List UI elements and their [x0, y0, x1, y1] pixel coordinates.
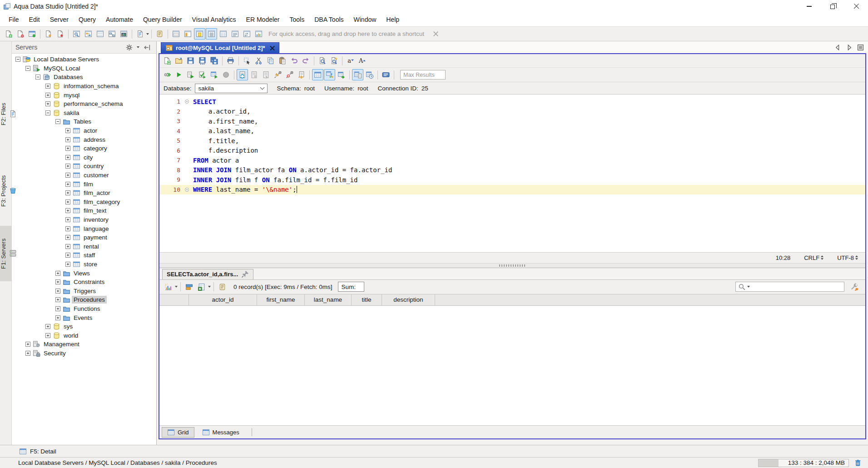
- expander-plus-icon[interactable]: [65, 235, 70, 240]
- servers-settings-dropdown-icon[interactable]: [137, 46, 139, 48]
- menu-help[interactable]: Help: [381, 16, 404, 23]
- menu-tools[interactable]: Tools: [285, 16, 310, 23]
- toggle-servers-pane-button[interactable]: [182, 28, 193, 40]
- grid-results-button[interactable]: [312, 69, 323, 80]
- toggle-files-pane-button[interactable]: [194, 28, 205, 40]
- tree-item-film_category[interactable]: film_category: [12, 198, 156, 207]
- servers-settings-button[interactable]: [124, 42, 135, 53]
- results-tab[interactable]: SELECTa.actor_id,a.firs...: [162, 269, 253, 279]
- column-header-description[interactable]: description: [382, 294, 435, 305]
- expander-plus-icon[interactable]: [65, 226, 70, 231]
- expander-plus-icon[interactable]: [65, 217, 70, 222]
- cut-button[interactable]: [253, 55, 264, 66]
- tree-item-security[interactable]: Security: [12, 349, 156, 358]
- results-search-input[interactable]: [735, 282, 844, 292]
- menu-automate[interactable]: Automate: [101, 16, 138, 23]
- tree-item-constraints[interactable]: Constraints: [12, 278, 156, 287]
- results-tab-messages[interactable]: Messages: [197, 427, 245, 438]
- menu-query[interactable]: Query: [74, 16, 101, 23]
- tree-item-views[interactable]: Views: [12, 269, 156, 278]
- execute-button[interactable]: [173, 69, 184, 80]
- save-button[interactable]: [185, 55, 196, 66]
- tree-item-tables[interactable]: Tables: [12, 117, 156, 126]
- expander-plus-icon[interactable]: [55, 271, 60, 276]
- tree-item-language[interactable]: language: [12, 224, 156, 233]
- expander-plus-icon[interactable]: [65, 155, 70, 160]
- tree-item-payment[interactable]: payment: [12, 233, 156, 242]
- toggle-output-button[interactable]: [170, 28, 182, 40]
- tree-item-country[interactable]: country: [12, 162, 156, 171]
- editor-line-3[interactable]: 3 a.first_name,: [159, 116, 865, 126]
- undo-button[interactable]: [288, 55, 300, 66]
- tab-list-icon[interactable]: [857, 44, 864, 51]
- save-all-button[interactable]: [208, 55, 220, 66]
- tree-item-information_schema[interactable]: information_schema: [12, 82, 156, 91]
- script-button[interactable]: [154, 28, 165, 40]
- expander-plus-icon[interactable]: [55, 279, 60, 284]
- tree-item-procedures[interactable]: Procedures: [12, 295, 156, 304]
- toggle-layout-button[interactable]: [218, 28, 229, 40]
- query-builder-button[interactable]: [83, 28, 94, 40]
- connect-button[interactable]: [43, 28, 54, 40]
- column-header-actor_id[interactable]: actor_id: [189, 294, 257, 305]
- table-detail-button[interactable]: [352, 69, 363, 80]
- uppercase-button[interactable]: A: [357, 55, 368, 66]
- register-server-button[interactable]: [3, 28, 14, 40]
- fetch-button[interactable]: [296, 69, 307, 80]
- toggle-grid-view-button[interactable]: [206, 28, 217, 40]
- toggle-list-button[interactable]: [229, 28, 241, 40]
- fold-marker-icon[interactable]: [185, 188, 189, 192]
- open-file-button[interactable]: [173, 55, 184, 66]
- sql-editor[interactable]: 1SELECT2 a.actor_id,3 a.first_name,4 a.l…: [159, 95, 865, 252]
- expander-plus-icon[interactable]: [55, 315, 60, 320]
- chart-dropdown-icon[interactable]: [175, 286, 178, 288]
- rollback-button[interactable]: [260, 69, 272, 80]
- schema-browser-button[interactable]: [94, 28, 106, 40]
- side-tab-projects[interactable]: F3: Projects: [0, 159, 12, 223]
- expander-plus-icon[interactable]: [45, 324, 50, 329]
- export-results-button[interactable]: [336, 69, 347, 80]
- execute-script-button[interactable]: [197, 69, 208, 80]
- disconnect-button[interactable]: [55, 28, 66, 40]
- tab-close-icon[interactable]: [270, 45, 275, 50]
- tree-item-store[interactable]: store: [12, 260, 156, 269]
- column-header-title[interactable]: title: [352, 294, 382, 305]
- format-results-button[interactable]: [184, 281, 195, 293]
- tree-item-staff[interactable]: staff: [12, 251, 156, 260]
- toggle-chart-button[interactable]: [253, 28, 264, 40]
- tree-item-world[interactable]: world: [12, 331, 156, 340]
- tree-item-functions[interactable]: Functions: [12, 304, 156, 314]
- tree-item-events[interactable]: Events: [12, 313, 156, 322]
- minimize-button[interactable]: [797, 0, 821, 13]
- tree-item-performance_schema[interactable]: performance_schema: [12, 100, 156, 109]
- execute-batch-button[interactable]: [208, 69, 220, 80]
- expander-plus-icon[interactable]: [55, 297, 60, 302]
- expander-plus-icon[interactable]: [55, 289, 60, 294]
- new-document-dropdown-icon[interactable]: [146, 33, 149, 35]
- history-button[interactable]: [364, 69, 375, 80]
- find-button[interactable]: [317, 55, 328, 66]
- expander-plus-icon[interactable]: [65, 164, 70, 169]
- server-properties-button[interactable]: [26, 28, 38, 40]
- encoding-selector[interactable]: UTF-8: [837, 254, 858, 261]
- execute-edit-button[interactable]: [185, 69, 196, 80]
- max-results-input[interactable]: Max Results: [400, 70, 446, 80]
- expander-plus-icon[interactable]: [65, 128, 70, 133]
- expander-plus-icon[interactable]: [65, 146, 70, 151]
- tree-item-sys[interactable]: sys: [12, 322, 156, 331]
- tab-scroll-left-icon[interactable]: [834, 44, 842, 51]
- copy-button[interactable]: [265, 55, 276, 66]
- menu-dba-tools[interactable]: DBA Tools: [309, 16, 348, 23]
- garbage-collect-button[interactable]: [852, 457, 863, 468]
- editor-line-9[interactable]: 9INNER JOIN film f ON fa.film_id = f.fil…: [159, 175, 865, 185]
- detail-bar[interactable]: F5: Detail: [0, 445, 868, 457]
- editor-line-5[interactable]: 5 f.title,: [159, 136, 865, 146]
- database-select[interactable]: sakila: [195, 84, 268, 93]
- tree-item-rental[interactable]: rental: [12, 242, 156, 251]
- select-block-button[interactable]: [241, 55, 253, 66]
- stop-button[interactable]: [220, 69, 232, 80]
- commit-button[interactable]: [248, 69, 260, 80]
- unregister-server-button[interactable]: [15, 28, 26, 40]
- new-file-button[interactable]: [161, 55, 173, 66]
- lowercase-button[interactable]: a: [345, 55, 356, 66]
